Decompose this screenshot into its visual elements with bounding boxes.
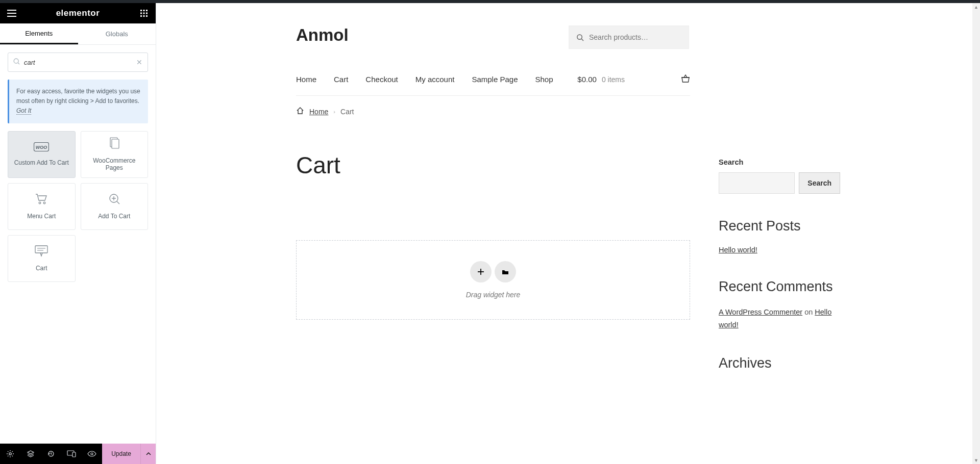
tab-elements[interactable]: Elements	[0, 23, 78, 44]
panel-footer: Update	[0, 444, 156, 464]
woo-icon: WOO	[34, 142, 49, 153]
recent-comment: A WordPress Commenter on Hello world!	[719, 306, 840, 331]
svg-rect-0	[140, 10, 142, 11]
recent-post-link[interactable]: Hello world!	[719, 246, 757, 254]
search-icon	[13, 58, 20, 67]
dropzone-actions	[470, 261, 516, 282]
responsive-icon[interactable]	[61, 444, 82, 464]
comment-author-link[interactable]: A WordPress Commenter	[719, 308, 802, 316]
nav-samplepage[interactable]: Sample Page	[472, 75, 518, 84]
svg-line-10	[18, 63, 19, 64]
template-library-icon[interactable]	[495, 261, 516, 282]
app-root: elementor Elements Globals ✕ For easy ac…	[0, 3, 980, 464]
cart-items-count: 0 items	[602, 75, 625, 84]
widget-search-input[interactable]	[24, 59, 136, 66]
elementor-header: elementor	[0, 3, 156, 23]
pages-icon	[109, 137, 120, 151]
history-icon[interactable]	[41, 444, 61, 464]
svg-point-27	[91, 453, 93, 455]
breadcrumb-home[interactable]: Home	[309, 108, 328, 116]
site-sidebar: Search Search Recent Posts Hello world! …	[719, 158, 840, 371]
svg-rect-14	[112, 139, 119, 148]
scroll-down-icon[interactable]: ▼	[972, 456, 980, 464]
widget-label: Custom Add To Cart	[14, 159, 69, 166]
widget-label: Menu Cart	[27, 213, 56, 220]
update-options-icon[interactable]	[140, 444, 156, 464]
svg-rect-7	[143, 15, 145, 17]
nav-checkout[interactable]: Checkout	[365, 75, 398, 84]
basket-icon	[681, 74, 690, 84]
menu-icon[interactable]	[6, 8, 17, 19]
apps-icon[interactable]	[138, 8, 150, 19]
tip-gotit[interactable]: Got It	[16, 107, 31, 115]
breadcrumb-current: Cart	[340, 108, 354, 116]
clear-search-icon[interactable]: ✕	[136, 58, 142, 66]
panel-tabs: Elements Globals	[0, 23, 156, 45]
product-search-input[interactable]	[589, 33, 681, 41]
svg-rect-1	[143, 10, 145, 11]
main-nav: Home Cart Checkout My account Sample Pag…	[296, 75, 553, 84]
elementor-panel: elementor Elements Globals ✕ For easy ac…	[0, 3, 156, 464]
scrollbar[interactable]	[972, 3, 980, 464]
nav-cart[interactable]: Cart	[334, 75, 348, 84]
nav-shop[interactable]: Shop	[535, 75, 553, 84]
cart-total: $0.00	[577, 75, 597, 84]
navigator-icon[interactable]	[20, 444, 41, 464]
svg-rect-3	[140, 13, 142, 14]
widget-add-to-cart[interactable]: Add To Cart	[81, 183, 149, 230]
breadcrumb: Home › Cart	[296, 107, 690, 116]
recent-comments-title: Recent Comments	[719, 279, 840, 295]
main-column: Anmol Home Cart Checkout My account	[296, 25, 690, 371]
widget-label: Add To Cart	[98, 213, 130, 220]
addcart-icon	[108, 193, 120, 207]
add-section-icon[interactable]	[470, 261, 492, 282]
cartpage-icon	[34, 245, 48, 259]
widget-woocommerce-pages[interactable]: WooCommerce Pages	[81, 131, 149, 178]
svg-point-28	[577, 34, 582, 39]
favorites-tip: For easy access, favorite the widgets yo…	[8, 80, 148, 123]
svg-rect-5	[146, 13, 148, 14]
svg-rect-6	[140, 15, 142, 17]
site-title[interactable]: Anmol	[296, 25, 349, 45]
svg-line-29	[581, 39, 583, 41]
tab-globals[interactable]: Globals	[78, 23, 156, 44]
search-icon	[576, 34, 584, 41]
dropzone-text: Drag widget here	[466, 291, 521, 299]
sidebar-search-input[interactable]	[719, 172, 795, 194]
page-title: Cart	[296, 151, 690, 179]
archives-title: Archives	[719, 355, 840, 371]
svg-rect-8	[146, 15, 148, 17]
recent-comments-widget: Recent Comments A WordPress Commenter on…	[719, 279, 840, 331]
nav-home[interactable]: Home	[296, 75, 316, 84]
svg-text:WOO: WOO	[36, 145, 47, 150]
widget-menu-cart[interactable]: Menu Cart	[8, 183, 76, 230]
svg-rect-21	[35, 246, 47, 253]
preview-content: Anmol Home Cart Checkout My account	[290, 3, 846, 392]
cart-summary[interactable]: $0.00 0 items	[577, 74, 690, 84]
nav-myaccount[interactable]: My account	[415, 75, 455, 84]
elementor-logo: elementor	[56, 8, 100, 18]
recent-posts-title: Recent Posts	[719, 218, 840, 234]
cart-icon	[35, 193, 48, 207]
settings-icon[interactable]	[0, 444, 20, 464]
widget-search: ✕	[8, 53, 148, 72]
comment-on-text: on	[802, 308, 815, 316]
search-widget: Search Search	[719, 158, 840, 194]
widget-cart[interactable]: Cart	[8, 235, 76, 282]
widget-custom-add-to-cart[interactable]: WOO Custom Add To Cart	[8, 131, 76, 178]
sidebar-search-button[interactable]: Search	[799, 172, 840, 194]
update-button[interactable]: Update	[102, 444, 140, 464]
recent-posts-widget: Recent Posts Hello world!	[719, 218, 840, 254]
preview-icon[interactable]	[82, 444, 102, 464]
svg-rect-26	[72, 452, 76, 457]
svg-rect-4	[143, 13, 145, 14]
widget-label: Cart	[36, 265, 47, 272]
svg-point-9	[14, 59, 18, 63]
svg-point-24	[9, 453, 11, 455]
preview-frame: Anmol Home Cart Checkout My account	[156, 3, 980, 464]
widget-label: WooCommerce Pages	[84, 157, 145, 171]
nav-row: Home Cart Checkout My account Sample Pag…	[296, 74, 690, 96]
scroll-up-icon[interactable]: ▲	[972, 3, 980, 11]
elementor-dropzone[interactable]: Drag widget here	[296, 240, 690, 320]
product-search	[569, 25, 689, 49]
